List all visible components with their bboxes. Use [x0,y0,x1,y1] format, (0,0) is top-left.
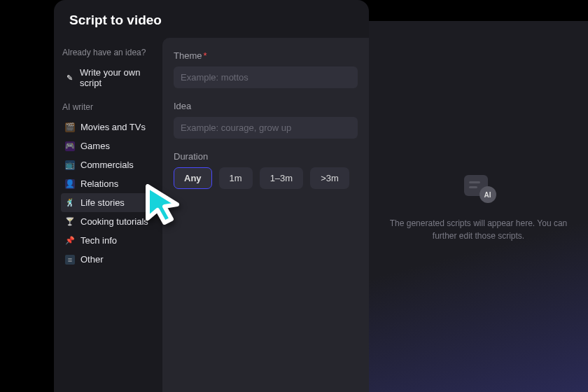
sidebar-item-label: Relations [80,178,118,189]
theme-label-text: Theme [174,50,202,61]
required-asterisk: * [203,50,206,61]
sidebar-item-tech[interactable]: 📌 Tech info [61,231,162,250]
sidebar-item-movies[interactable]: 🎬 Movies and TVs [61,118,162,136]
empty-state-icon: AI [461,175,496,203]
person-icon: 👤 [65,179,75,189]
ai-writer-label: AI writer [61,98,162,118]
sidebar-item-relations[interactable]: 👤 Relations [61,174,162,193]
sidebar-item-label: Commercials [80,160,134,170]
pencil-icon: ✎ [65,73,74,83]
sidebar-item-label: Cooking tutorials [80,216,148,227]
pin-icon: 📌 [65,236,75,246]
content-columns: Already have an idea? ✎ Write your own s… [54,36,369,392]
sidebar-item-label: Games [80,141,110,151]
sidebar-item-label: Tech info [80,235,117,246]
duration-gt3m-button[interactable]: >3m [310,167,349,189]
duration-options: Any 1m 1–3m >3m [174,167,358,189]
gamepad-icon: 🎮 [65,141,75,151]
film-icon: 🎬 [65,122,75,132]
sidebar-item-other[interactable]: ≡ Other [61,250,162,269]
dance-icon: 🕺 [65,198,75,208]
theme-label: Theme* [174,50,358,61]
sidebar-item-life-stories[interactable]: 🕺 Life stories [61,193,162,212]
sidebar-item-commercials[interactable]: 📺 Commercials [61,155,162,174]
script-to-video-panel: Script to video Already have an idea? ✎ … [54,0,369,392]
list-icon: ≡ [65,255,75,265]
sidebar-item-label: Other [80,254,104,265]
page-title: Script to video [54,0,369,36]
sidebar-item-cooking[interactable]: 🍸 Cooking tutorials [61,212,162,231]
idea-input[interactable] [174,117,358,139]
sidebar-item-games[interactable]: 🎮 Games [61,136,162,155]
form-panel: Theme* Idea Duration Any 1m 1–3m >3m [162,38,369,392]
ai-badge-icon: AI [479,186,496,203]
idea-prompt-label: Already have an idea? [61,43,162,63]
duration-1m-button[interactable]: 1m [219,167,253,189]
tv-icon: 📺 [65,160,75,170]
sidebar-item-label: Movies and TVs [80,122,146,132]
sidebar: Already have an idea? ✎ Write your own s… [54,36,162,392]
sidebar-item-label: Life stories [80,197,125,208]
duration-1-3m-button[interactable]: 1–3m [260,167,304,189]
duration-any-button[interactable]: Any [174,167,212,189]
idea-label: Idea [174,101,358,111]
write-own-script-button[interactable]: ✎ Write your own script [61,63,162,92]
cocktail-icon: 🍸 [65,217,75,227]
theme-input[interactable] [174,66,358,88]
empty-state-text: The generated scripts will appear here. … [369,217,588,242]
duration-label: Duration [174,151,358,162]
sidebar-item-label: Write your own script [80,67,158,88]
preview-panel: AI The generated scripts will appear her… [369,21,588,392]
